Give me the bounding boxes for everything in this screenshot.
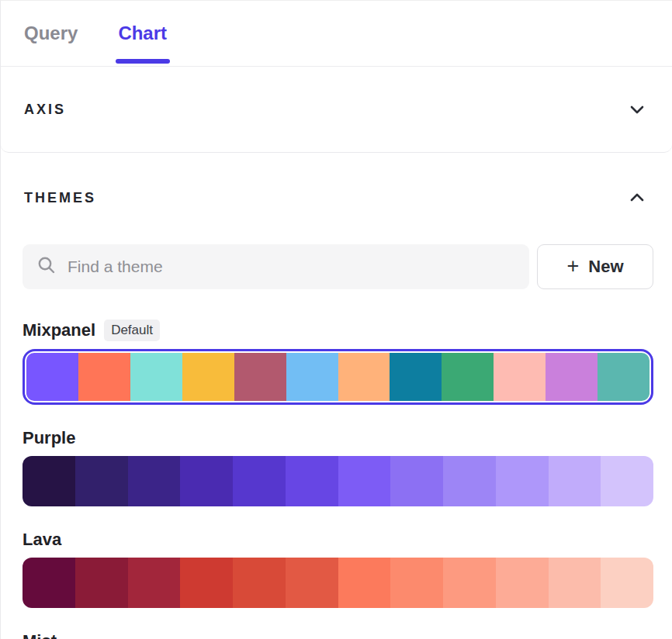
tab-bar: Query Chart — [1, 1, 672, 66]
swatch-cell — [443, 456, 496, 506]
swatch-cell — [496, 456, 549, 506]
swatch-cell — [180, 558, 233, 608]
tab-underline — [116, 59, 170, 64]
swatch-cell — [23, 558, 75, 608]
theme-swatch-purple[interactable] — [23, 456, 653, 506]
theme-name: Mist — [23, 631, 57, 639]
tab-chart-label: Chart — [118, 22, 167, 44]
swatch-cell — [338, 456, 391, 506]
swatch-row[interactable] — [26, 353, 649, 401]
theme-search-input[interactable] — [68, 257, 515, 276]
swatch-cell — [601, 558, 653, 608]
theme-label-row: Lava — [23, 530, 653, 550]
axis-section-title: AXIS — [24, 102, 66, 118]
swatch-cell — [598, 353, 649, 401]
theme-item-mist: Mist — [23, 631, 653, 639]
swatch-cell — [546, 353, 598, 401]
swatch-cell — [75, 558, 128, 608]
theme-item-purple: Purple — [23, 428, 653, 506]
swatch-cell — [286, 456, 338, 506]
swatch-cell — [494, 353, 546, 401]
swatch-cell — [549, 456, 601, 506]
swatch-cell — [601, 456, 653, 506]
chevron-up-icon[interactable] — [629, 189, 646, 206]
default-badge: Default — [104, 320, 160, 341]
swatch-cell — [182, 353, 234, 401]
theme-item-lava: Lava — [23, 530, 653, 608]
new-theme-button[interactable]: + New — [537, 244, 653, 289]
theme-name: Mixpanel — [23, 320, 95, 340]
swatch-cell — [128, 456, 181, 506]
swatch-cell — [78, 353, 130, 401]
axis-section-header[interactable]: AXIS — [1, 66, 672, 153]
swatch-cell — [442, 353, 494, 401]
swatch-cell — [496, 558, 549, 608]
theme-label-row: MixpanelDefault — [23, 320, 653, 341]
swatch-cell — [26, 353, 78, 401]
theme-label-row: Mist — [23, 631, 653, 639]
plus-icon: + — [566, 256, 579, 277]
swatch-cell — [180, 456, 233, 506]
swatch-cell — [549, 558, 601, 608]
swatch-cell — [130, 353, 182, 401]
swatch-cell — [75, 456, 128, 506]
swatch-cell — [338, 353, 390, 401]
theme-search-box[interactable] — [23, 244, 529, 289]
theme-name: Lava — [23, 530, 61, 550]
tab-chart[interactable]: Chart — [118, 1, 167, 66]
themes-section-header[interactable]: THEMES — [1, 189, 672, 206]
swatch-cell — [234, 353, 286, 401]
theme-swatch-mixpanel[interactable] — [23, 349, 653, 405]
swatch-cell — [390, 353, 442, 401]
theme-search-row: + New — [23, 244, 653, 289]
swatch-cell — [233, 456, 286, 506]
theme-label-row: Purple — [23, 428, 653, 448]
tab-query-label: Query — [24, 22, 78, 44]
swatch-cell — [23, 456, 75, 506]
tab-query[interactable]: Query — [24, 1, 78, 66]
themes-section-title: THEMES — [24, 190, 96, 206]
swatch-cell — [233, 558, 286, 608]
swatch-cell — [390, 456, 443, 506]
swatch-row[interactable] — [23, 558, 653, 608]
theme-name: Purple — [23, 428, 75, 448]
theme-item-mixpanel: MixpanelDefault — [23, 320, 653, 405]
swatch-cell — [390, 558, 443, 608]
chevron-down-icon[interactable] — [629, 101, 646, 118]
swatch-cell — [286, 353, 338, 401]
search-icon — [36, 255, 57, 278]
swatch-cell — [338, 558, 391, 608]
swatch-cell — [286, 558, 338, 608]
theme-swatch-lava[interactable] — [23, 558, 653, 608]
swatch-row[interactable] — [23, 456, 653, 506]
swatch-cell — [128, 558, 181, 608]
theme-list: MixpanelDefaultPurpleLavaMist — [23, 320, 653, 639]
swatch-cell — [443, 558, 496, 608]
new-theme-button-label: New — [588, 257, 623, 277]
